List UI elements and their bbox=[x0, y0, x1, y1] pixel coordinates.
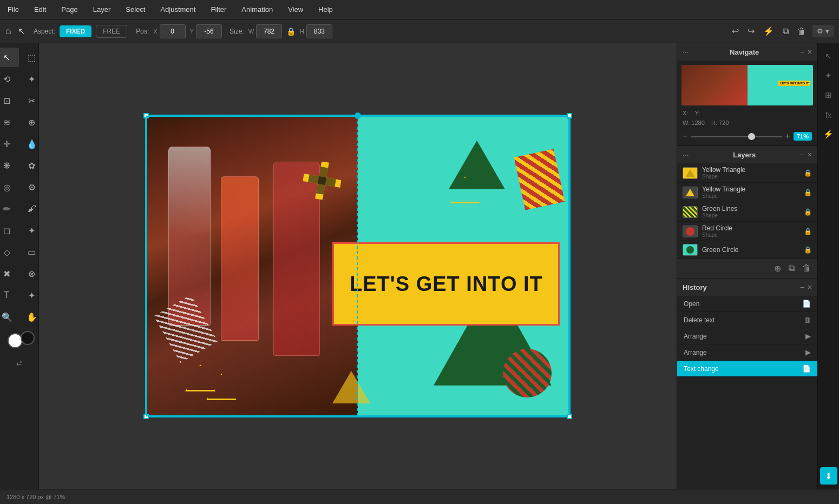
nav-text: LET'S GET INTO IT bbox=[778, 81, 810, 86]
layer-item[interactable]: Green Lines Shape 🔒 bbox=[677, 202, 817, 222]
nav-h-label: H: bbox=[711, 120, 717, 126]
layer-lock-icon[interactable]: 🔒 bbox=[804, 208, 812, 216]
layers-close-icon[interactable]: × bbox=[808, 150, 812, 159]
lock-icon[interactable]: 🔒 bbox=[286, 27, 296, 36]
text-tool-btn[interactable]: T bbox=[0, 286, 19, 305]
menu-edit[interactable]: Edit bbox=[31, 3, 49, 16]
menu-select[interactable]: Select bbox=[122, 3, 148, 16]
background-color-swatch[interactable] bbox=[21, 331, 35, 345]
right-panel: ··· Navigate − × LET'S GET INTO IT X: Y: bbox=[677, 43, 817, 489]
select-tool[interactable]: ↖ bbox=[18, 26, 25, 36]
shape-tool-btn[interactable]: ◇ bbox=[0, 242, 19, 262]
layers-minimize-icon[interactable]: − bbox=[800, 150, 804, 159]
circle-tool-btn[interactable]: ◎ bbox=[0, 177, 19, 197]
zoom-slider[interactable] bbox=[691, 136, 782, 137]
pen-tool-btn[interactable]: ✏ bbox=[0, 199, 19, 218]
menu-file[interactable]: File bbox=[4, 3, 22, 16]
pos-y-input[interactable] bbox=[196, 24, 222, 38]
select-tool-btn[interactable]: ↖ bbox=[0, 48, 19, 67]
menu-adjustment[interactable]: Adjustment bbox=[157, 3, 199, 16]
history-item-label: Open bbox=[684, 300, 699, 308]
history-header: History − × bbox=[677, 278, 817, 296]
pattern-tool-btn[interactable]: ❋ bbox=[0, 156, 19, 175]
history-minimize-icon[interactable]: − bbox=[800, 283, 804, 291]
crop2-tool-btn[interactable]: ⊡ bbox=[0, 91, 19, 110]
move-tool-btn[interactable]: ✛ bbox=[0, 134, 19, 154]
layer-lock-icon[interactable]: 🔒 bbox=[804, 169, 812, 177]
layer-item[interactable]: Red Circle Shape 🔒 bbox=[677, 222, 817, 241]
fixed-button[interactable]: FIXED bbox=[60, 25, 91, 37]
h-label: H bbox=[300, 28, 304, 35]
lightning-icon[interactable]: ⚡ bbox=[761, 24, 776, 38]
zoom-tool-btn[interactable]: 🔍 bbox=[0, 307, 19, 327]
swap-colors-icon[interactable]: ⇄ bbox=[16, 359, 22, 367]
history-item[interactable]: Arrange ▶ bbox=[677, 328, 817, 344]
menu-page[interactable]: Page bbox=[58, 3, 81, 16]
duplicate-layer-icon[interactable]: ⧉ bbox=[786, 262, 797, 275]
lightning2-icon[interactable]: ⚡ bbox=[820, 125, 837, 143]
zoom-plus-icon[interactable]: + bbox=[785, 131, 790, 141]
striped-red-circle bbox=[503, 349, 552, 397]
layer-item[interactable]: Green Circle 🔒 bbox=[677, 241, 817, 259]
canvas-content: LET'S GET INTO IT bbox=[147, 117, 568, 415]
layer-name: Green Lines bbox=[702, 205, 799, 213]
menu-help[interactable]: Help bbox=[315, 3, 336, 16]
navigate-dots-icon[interactable]: ··· bbox=[683, 48, 689, 56]
layers-icon[interactable]: ⧉ bbox=[781, 24, 791, 38]
layer-type: Shape bbox=[702, 193, 799, 199]
delete-icon[interactable]: 🗑 bbox=[795, 24, 808, 38]
history-item-label: Text change bbox=[684, 365, 719, 373]
pos-x-input[interactable] bbox=[160, 24, 186, 38]
smudge-tool-btn[interactable]: ≋ bbox=[0, 112, 19, 132]
history-controls: − × bbox=[800, 283, 812, 291]
history-item[interactable]: Delete text 🗑 bbox=[677, 312, 817, 328]
navigate-minimize-icon[interactable]: − bbox=[800, 48, 804, 56]
layers-header: ··· Layers − × bbox=[677, 146, 817, 163]
menu-filter[interactable]: Filter bbox=[207, 3, 230, 16]
history-item[interactable]: Open 📄 bbox=[677, 296, 817, 312]
settings-button[interactable]: ⚙ ▾ bbox=[812, 25, 834, 37]
layers-dots-icon[interactable]: ··· bbox=[683, 150, 689, 159]
add-layer-icon[interactable]: ⊕ bbox=[772, 262, 783, 275]
magic-icon[interactable]: ✦ bbox=[820, 67, 837, 84]
navigate-close-icon[interactable]: × bbox=[808, 48, 812, 56]
delete-layer-icon[interactable]: 🗑 bbox=[800, 262, 813, 275]
layer-lock-icon[interactable]: 🔒 bbox=[804, 246, 812, 254]
layer-type: Shape bbox=[702, 232, 799, 238]
history-close-icon[interactable]: × bbox=[808, 283, 812, 291]
left-toolbar: ↖ ⬚ ⟲ ✦ ⊡ ✂ ≋ ⊕ ✛ 💧 ❋ ✿ ◎ ⚙ ✏ 🖌 bbox=[0, 43, 39, 489]
history-item-icon: 📄 bbox=[802, 364, 811, 373]
foreground-color-swatch[interactable] bbox=[8, 333, 23, 348]
menu-animation[interactable]: Animation bbox=[238, 3, 276, 16]
nav-x-label: X: bbox=[683, 110, 688, 116]
size-label: Size: bbox=[230, 28, 244, 35]
navigate-preview: LET'S GET INTO IT bbox=[681, 65, 813, 105]
stamp-tool-btn[interactable]: ✖ bbox=[0, 264, 19, 283]
layer-thumbnail bbox=[683, 206, 698, 218]
layer-item[interactable]: Yellow Triangle Shape 🔒 bbox=[677, 183, 817, 202]
canvas-wrapper: LET'S GET INTO IT bbox=[146, 116, 569, 416]
layer-lock-icon[interactable]: 🔒 bbox=[804, 189, 812, 196]
menu-view[interactable]: View bbox=[285, 3, 306, 16]
zoom-minus-icon[interactable]: − bbox=[683, 131, 687, 141]
home-icon[interactable]: ⌂ bbox=[5, 25, 11, 37]
layer-item[interactable]: Yellow Triangle Shape 🔒 bbox=[677, 163, 817, 183]
size-w-group: W bbox=[248, 24, 282, 38]
redo-icon[interactable]: ↪ bbox=[745, 24, 757, 38]
undo-icon[interactable]: ↩ bbox=[730, 24, 741, 38]
navigate-header: ··· Navigate − × bbox=[677, 43, 817, 61]
history-item[interactable]: Arrange ▶ bbox=[677, 344, 817, 361]
download-button[interactable]: ⬇ bbox=[820, 467, 837, 485]
menu-layer[interactable]: Layer bbox=[90, 3, 114, 16]
size-w-input[interactable] bbox=[256, 24, 282, 38]
align-icon[interactable]: ⊞ bbox=[820, 87, 837, 104]
crop-tool-btn[interactable]: ⟲ bbox=[0, 69, 19, 89]
eraser-tool-btn[interactable]: ◻ bbox=[0, 221, 19, 240]
cursor-icon[interactable]: ↖ bbox=[820, 48, 837, 65]
free-button[interactable]: FREE bbox=[96, 25, 127, 38]
navigate-section: ··· Navigate − × LET'S GET INTO IT X: Y: bbox=[677, 43, 817, 146]
size-h-input[interactable] bbox=[306, 24, 332, 38]
fx-icon[interactable]: fx bbox=[820, 106, 837, 123]
history-item-active[interactable]: Text change 📄 bbox=[677, 361, 817, 377]
layer-lock-icon[interactable]: 🔒 bbox=[804, 228, 812, 235]
